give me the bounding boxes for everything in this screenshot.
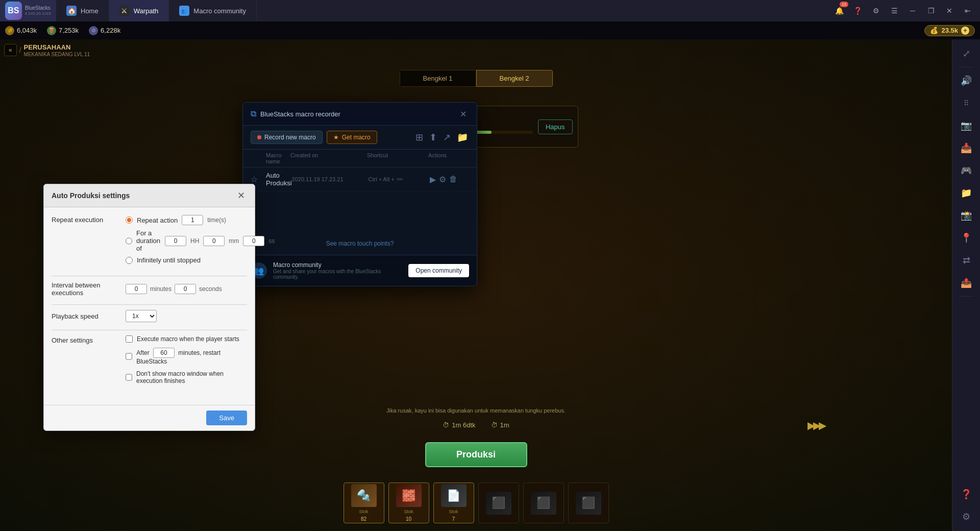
macro-empty-space bbox=[243, 191, 477, 232]
delete-macro-button[interactable]: 🗑 bbox=[449, 175, 457, 184]
restore-button[interactable]: ❐ bbox=[924, 4, 938, 18]
speed-select[interactable]: 1x 2x 0.5x bbox=[126, 310, 157, 322]
top-bar-right: 🔔 13 ❓ ⚙ ☰ ─ ❐ ✕ ⇤ bbox=[832, 4, 980, 18]
macro-recorder-icon: ⧉ bbox=[251, 109, 256, 118]
settings-button[interactable]: ⚙ bbox=[869, 4, 883, 18]
star-icon: ★ bbox=[333, 134, 339, 141]
for-duration-radio[interactable] bbox=[126, 237, 132, 245]
breadcrumb: « / PERUSAHAAN MEKANIKA SEDANG LVL 11 bbox=[4, 43, 90, 57]
mm-input[interactable] bbox=[203, 236, 225, 246]
workshop-tab-1[interactable]: Bengkel 1 bbox=[400, 70, 476, 87]
logo-icon: BS bbox=[5, 2, 22, 20]
item-icon-3: ⬛ bbox=[486, 492, 511, 515]
sidebar-help-button[interactable]: ❓ bbox=[956, 484, 976, 504]
workshop-area: Bengkel 1 Bengkel 2 bbox=[369, 70, 583, 92]
restart-minutes-input[interactable] bbox=[153, 348, 175, 358]
timer-2: ⏱ 1m bbox=[491, 421, 509, 429]
logo-text: BlueStacks 4.240.20.1016 bbox=[25, 5, 51, 16]
settings-header: Auto Produksi settings ✕ bbox=[44, 184, 255, 207]
folder-icon[interactable]: 📁 bbox=[456, 131, 469, 144]
macro-recorder-close-button[interactable]: ✕ bbox=[457, 108, 469, 120]
sidebar-folder-button[interactable]: 📁 bbox=[956, 183, 976, 203]
sidebar-screenshot-button[interactable]: 📸 bbox=[956, 205, 976, 226]
sidebar-expand-button[interactable]: ⤢ bbox=[956, 43, 976, 64]
sidebar-settings-button[interactable]: ⚙ bbox=[956, 506, 976, 527]
record-dot-icon bbox=[257, 135, 261, 139]
inventory-item-1[interactable]: 🧱 Stok 10 bbox=[388, 482, 429, 523]
macro-settings-button[interactable]: ⚙ bbox=[439, 175, 446, 184]
import-icon[interactable]: ⊞ bbox=[414, 131, 424, 144]
speed-section: Playback speed 1x 2x 0.5x bbox=[52, 310, 247, 322]
menu-button[interactable]: ☰ bbox=[887, 4, 901, 18]
tab-macro-label: Macro community bbox=[193, 7, 246, 15]
macro-tab-icon: 👥 bbox=[179, 6, 189, 16]
play-macro-button[interactable]: ▶ bbox=[430, 175, 436, 184]
record-new-macro-button[interactable]: Record new macro bbox=[251, 131, 323, 144]
hh-input[interactable] bbox=[165, 236, 186, 246]
macro-actions: ▶ ⚙ 🗑 bbox=[430, 175, 471, 184]
add-gold-button[interactable]: + bbox=[961, 27, 969, 35]
tab-warpath[interactable]: ⚔ Warpath bbox=[109, 0, 169, 21]
sidebar-camera-button[interactable]: 📷 bbox=[956, 115, 976, 136]
inventory-item-5[interactable]: ⬛ bbox=[568, 482, 609, 523]
settings-dialog: Auto Produksi settings ✕ Repeat executio… bbox=[43, 184, 255, 431]
other-content: Execute macro when the player starts Aft… bbox=[126, 335, 247, 390]
item-icon-4: ⬛ bbox=[531, 492, 556, 515]
help-button[interactable]: ❓ bbox=[850, 4, 865, 18]
export-icon[interactable]: ⬆ bbox=[428, 131, 438, 144]
top-bar: BS BlueStacks 4.240.20.1016 🏠 Home ⚔ War… bbox=[0, 0, 980, 21]
repeat-action-value-input[interactable] bbox=[182, 215, 203, 225]
macro-touch-link[interactable]: See macro touch points? bbox=[243, 232, 477, 255]
sidebar-share-button[interactable]: 📤 bbox=[956, 273, 976, 293]
sidebar-location-button[interactable]: 📍 bbox=[956, 228, 976, 248]
workshop-tab-2[interactable]: Bengkel 2 bbox=[476, 70, 553, 87]
macro-star-button[interactable]: ☆ bbox=[251, 175, 266, 184]
restart-after-checkbox[interactable] bbox=[126, 353, 132, 360]
back-button[interactable]: « bbox=[4, 44, 17, 56]
minimize-button[interactable]: ─ bbox=[905, 4, 920, 18]
tab-macro-community[interactable]: 👥 Macro community bbox=[169, 0, 257, 21]
sidebar-gamepad-button[interactable]: 🎮 bbox=[956, 160, 976, 181]
timer-1: ⏱ 1m 6dtk bbox=[443, 421, 475, 429]
seconds-label: seconds bbox=[199, 285, 222, 293]
sidebar-grid-button[interactable]: ⠿ bbox=[956, 93, 976, 113]
inventory-item-4[interactable]: ⬛ bbox=[523, 482, 564, 523]
macro-recorder-title: ⧉ BlueStacks macro recorder bbox=[251, 109, 340, 118]
gold-value: 23.5k bbox=[941, 27, 958, 34]
notification-badge: 13 bbox=[840, 2, 848, 7]
wood-icon: 🪵 bbox=[47, 26, 56, 35]
minutes-input[interactable] bbox=[126, 284, 147, 294]
settings-title: Auto Produksi settings bbox=[52, 191, 130, 200]
repeat-action-radio[interactable] bbox=[126, 216, 133, 224]
ss-input[interactable] bbox=[243, 236, 264, 246]
infinitely-radio[interactable] bbox=[126, 257, 133, 264]
hapus-button[interactable]: Hapus bbox=[538, 119, 573, 134]
save-button[interactable]: Save bbox=[206, 411, 247, 425]
execute-on-start-checkbox[interactable] bbox=[126, 335, 133, 343]
craft-button[interactable]: Produksi bbox=[425, 442, 527, 467]
repeat-execution-section: Repeat execution Repeat action time(s) F… bbox=[52, 215, 247, 268]
home-tab-icon: 🏠 bbox=[66, 6, 77, 16]
close-button[interactable]: ✕ bbox=[942, 4, 957, 18]
notifications-button[interactable]: 🔔 13 bbox=[832, 4, 846, 18]
share-icon[interactable]: ↗ bbox=[442, 131, 452, 144]
sidebar-sync-button[interactable]: ⇄ bbox=[956, 250, 976, 271]
gold-icon: 💰 bbox=[930, 27, 938, 34]
other-label: Other settings bbox=[52, 335, 118, 344]
warpath-tab-icon: ⚔ bbox=[119, 6, 130, 16]
open-community-button[interactable]: Open community bbox=[408, 264, 469, 277]
sidebar-download-button[interactable]: 📥 bbox=[956, 138, 976, 158]
inventory-item-2[interactable]: 📄 Stok 7 bbox=[433, 482, 474, 523]
tab-home[interactable]: 🏠 Home bbox=[56, 0, 109, 21]
minutes-label: minutes bbox=[150, 285, 172, 293]
inventory-item-0[interactable]: 🔩 Stok 82 bbox=[344, 482, 384, 523]
inventory-item-3[interactable]: ⬛ bbox=[478, 482, 519, 523]
workshop-tabs: Bengkel 1 Bengkel 2 bbox=[400, 70, 553, 87]
expand-button[interactable]: ⇤ bbox=[961, 4, 975, 18]
seconds-input[interactable] bbox=[175, 284, 196, 294]
get-macro-button[interactable]: ★ Get macro bbox=[327, 131, 377, 144]
item-icon-2: 📄 bbox=[441, 484, 467, 507]
sidebar-volume-button[interactable]: 🔊 bbox=[956, 70, 976, 91]
dont-show-window-checkbox[interactable] bbox=[126, 374, 132, 381]
settings-close-button[interactable]: ✕ bbox=[235, 189, 247, 202]
